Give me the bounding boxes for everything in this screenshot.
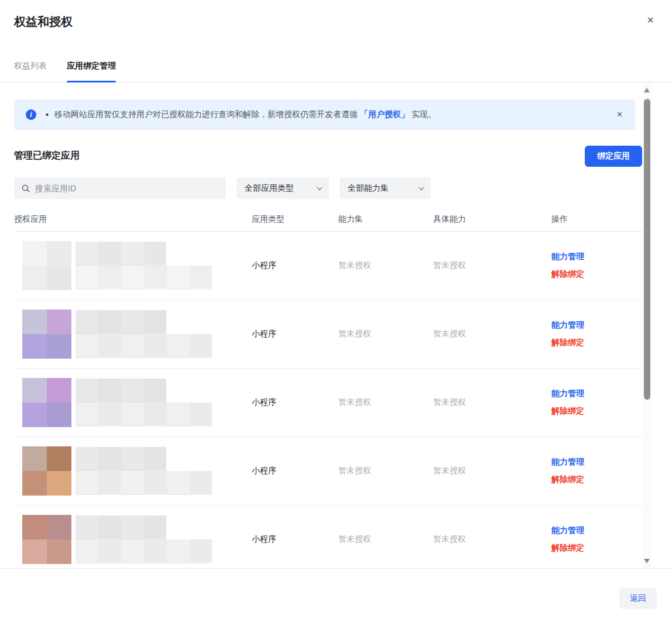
mosaic-cell	[22, 403, 47, 427]
header-operations: 操作	[551, 214, 642, 225]
app-name-mosaic	[76, 379, 212, 427]
table-row: 小程序 暂未授权 暂未授权 能力管理 解除绑定	[14, 232, 642, 300]
mosaic-cell	[47, 266, 71, 290]
app-type-cell: 小程序	[252, 329, 338, 339]
mosaic-line	[76, 310, 166, 334]
chevron-down-icon	[317, 184, 323, 190]
operations-cell: 能力管理 解除绑定	[551, 457, 642, 485]
mosaic-cell	[22, 241, 47, 266]
operations-cell: 能力管理 解除绑定	[551, 252, 642, 280]
mosaic-line	[76, 447, 166, 471]
table-row: 小程序 暂未授权 暂未授权 能力管理 解除绑定	[14, 437, 642, 505]
app-icon-mosaic	[22, 515, 71, 564]
banner-bullet: •	[46, 110, 49, 119]
app-icon-mosaic	[22, 310, 71, 359]
chevron-down-icon	[419, 184, 424, 190]
operations-cell: 能力管理 解除绑定	[551, 320, 642, 348]
mosaic-line	[76, 539, 212, 563]
capability-set-cell: 暂未授权	[338, 260, 433, 271]
header-authorized-app: 授权应用	[14, 214, 252, 225]
filter-row: 全部应用类型 全部能力集	[14, 177, 642, 199]
scroll-up-arrow-icon[interactable]	[644, 88, 650, 92]
mosaic-line	[76, 379, 166, 403]
mosaic-cell	[47, 241, 71, 266]
banner-text: 移动网站应用暂仅支持用户对已授权能力进行查询和解除，新增授权仍需开发者遵循「用户…	[54, 109, 436, 120]
mosaic-cell	[22, 471, 47, 496]
mosaic-cell	[22, 539, 47, 564]
capability-manage-link[interactable]: 能力管理	[551, 320, 642, 331]
back-button[interactable]: 返回	[619, 588, 657, 609]
unbind-link[interactable]: 解除绑定	[551, 338, 642, 348]
mosaic-cell	[22, 334, 47, 359]
unbind-link[interactable]: 解除绑定	[551, 543, 642, 553]
unbind-link[interactable]: 解除绑定	[551, 269, 642, 280]
specific-capability-cell: 暂未授权	[433, 534, 551, 545]
capability-manage-link[interactable]: 能力管理	[551, 457, 642, 467]
mosaic-cell	[22, 266, 47, 290]
mosaic-line	[76, 471, 212, 495]
bind-app-button[interactable]: 绑定应用	[585, 146, 642, 167]
table-row: 小程序 暂未授权 暂未授权 能力管理 解除绑定	[14, 505, 642, 569]
capability-set-dropdown[interactable]: 全部能力集	[340, 177, 431, 199]
unbind-link[interactable]: 解除绑定	[551, 406, 642, 417]
search-input[interactable]	[35, 184, 219, 193]
tab-app-binding-management[interactable]: 应用绑定管理	[67, 56, 116, 82]
header-capability-set: 能力集	[338, 214, 433, 225]
authorized-app-cell	[14, 515, 252, 564]
app-name-mosaic	[76, 515, 212, 563]
mosaic-cell	[47, 471, 71, 496]
mosaic-line	[76, 403, 212, 427]
capability-set-cell: 暂未授权	[338, 397, 433, 408]
capability-manage-link[interactable]: 能力管理	[551, 525, 642, 536]
mosaic-cell	[47, 310, 71, 334]
app-type-cell: 小程序	[252, 260, 338, 271]
mosaic-cell	[47, 378, 71, 403]
capability-set-cell: 暂未授权	[338, 466, 433, 476]
app-icon-mosaic	[22, 378, 71, 427]
capability-set-cell: 暂未授权	[338, 534, 433, 545]
capability-set-cell: 暂未授权	[338, 329, 433, 339]
user-authorization-link[interactable]: 「用户授权」	[360, 109, 409, 119]
mosaic-cell	[47, 446, 71, 471]
app-type-dropdown[interactable]: 全部应用类型	[236, 177, 329, 199]
close-icon[interactable]: ×	[647, 14, 654, 26]
header-specific-capability: 具体能力	[433, 214, 551, 225]
app-type-cell: 小程序	[252, 397, 338, 408]
table-header: 授权应用 应用类型 能力集 具体能力 操作	[14, 214, 642, 232]
authorized-app-cell	[14, 446, 252, 496]
specific-capability-cell: 暂未授权	[433, 260, 551, 271]
app-icon-mosaic	[22, 446, 71, 496]
banner-text-before: 移动网站应用暂仅支持用户对已授权能力进行查询和解除，新增授权仍需开发者遵循	[54, 109, 358, 119]
mosaic-line	[76, 266, 212, 290]
mosaic-cell	[47, 539, 71, 564]
app-name-mosaic	[76, 310, 212, 358]
mosaic-cell	[47, 515, 71, 539]
banner-close-icon[interactable]: ×	[617, 109, 622, 120]
capability-manage-link[interactable]: 能力管理	[551, 252, 642, 262]
info-banner: i • 移动网站应用暂仅支持用户对已授权能力进行查询和解除，新增授权仍需开发者遵…	[14, 99, 635, 130]
specific-capability-cell: 暂未授权	[433, 329, 551, 339]
capability-manage-link[interactable]: 能力管理	[551, 388, 642, 399]
info-icon: i	[26, 109, 36, 120]
vertical-scrollbar[interactable]	[643, 84, 652, 568]
unbind-link[interactable]: 解除绑定	[551, 474, 642, 485]
specific-capability-cell: 暂未授权	[433, 397, 551, 408]
search-box[interactable]	[14, 177, 226, 199]
operations-cell: 能力管理 解除绑定	[551, 388, 642, 417]
mosaic-cell	[47, 334, 71, 359]
page-title: 权益和授权	[14, 14, 73, 30]
table-row: 小程序 暂未授权 暂未授权 能力管理 解除绑定	[14, 300, 642, 369]
specific-capability-cell: 暂未授权	[433, 466, 551, 476]
app-type-cell: 小程序	[252, 466, 338, 476]
scroll-content: i • 移动网站应用暂仅支持用户对已授权能力进行查询和解除，新增授权仍需开发者遵…	[14, 99, 642, 569]
mosaic-cell	[47, 403, 71, 427]
scroll-area: i • 移动网站应用暂仅支持用户对已授权能力进行查询和解除，新增授权仍需开发者遵…	[0, 82, 672, 569]
scrollbar-thumb[interactable]	[644, 99, 650, 400]
mosaic-line	[76, 334, 212, 358]
mosaic-line	[76, 242, 166, 266]
scroll-down-arrow-icon[interactable]	[644, 559, 650, 563]
tab-bar: 权益列表 应用绑定管理	[0, 56, 672, 82]
tab-rights-list[interactable]: 权益列表	[14, 56, 47, 82]
footer: 返回	[619, 588, 657, 609]
authorized-app-cell	[14, 241, 252, 290]
